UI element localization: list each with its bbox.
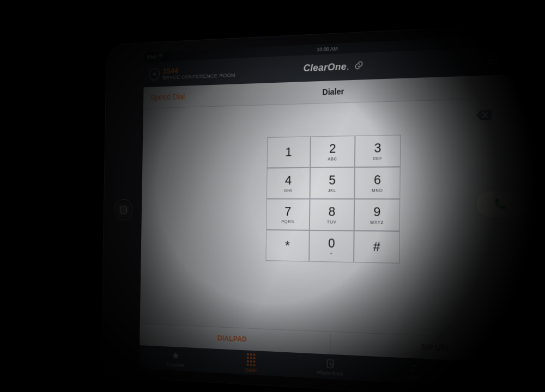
tab-label: Settings	[491, 378, 510, 385]
key-digit: 2	[329, 142, 336, 155]
brand-dot: .	[347, 61, 349, 72]
backspace-button[interactable]	[475, 109, 492, 121]
key-2[interactable]: 2ABC	[310, 136, 355, 168]
key-8[interactable]: 8TUV	[310, 199, 354, 230]
battery-indicator: 100%	[517, 36, 543, 44]
key-digit: 1	[285, 146, 292, 158]
key-7[interactable]: 7PQRS	[266, 199, 310, 230]
brand-logo: ClearOne.	[304, 59, 364, 75]
microphone-icon[interactable]	[529, 52, 541, 67]
page-title: Dialer	[322, 87, 344, 96]
key-4[interactable]: 4GHI	[267, 168, 310, 199]
room-name: BRYCE CONFERENCE ROOM	[162, 72, 235, 81]
key-digit: 8	[328, 205, 335, 218]
key-letters: PQRS	[281, 219, 294, 224]
number-display	[143, 97, 545, 135]
brand-text: ClearOne	[304, 61, 347, 74]
key-digit: 5	[329, 174, 336, 187]
key-digit: 4	[285, 174, 292, 186]
tablet-device: iPad 10:00 AM ✻ 100%	[101, 22, 545, 392]
key-0[interactable]: 0+	[309, 230, 354, 262]
phonebook-icon	[325, 358, 335, 369]
link-icon	[354, 59, 364, 73]
redial-link[interactable]: Redial	[514, 81, 538, 91]
gear-icon	[495, 366, 506, 378]
key-digit: 0	[328, 237, 335, 250]
key-letters: ABC	[328, 156, 337, 162]
key-letters: JKL	[328, 187, 336, 193]
wifi-icon	[158, 53, 163, 59]
key-1[interactable]: 1	[267, 136, 311, 168]
svg-rect-2	[534, 54, 537, 60]
battery-pct: 100%	[517, 37, 531, 44]
dnd-icon[interactable]	[487, 54, 499, 69]
key-digit: *	[285, 239, 290, 252]
tab-settings[interactable]: Settings	[456, 360, 545, 391]
key-5[interactable]: 5JKL	[310, 167, 355, 199]
key-digit: 7	[284, 205, 291, 217]
key-letters: +	[330, 250, 332, 256]
key-letters: TUV	[327, 219, 336, 224]
key-letters: GHI	[284, 188, 292, 193]
bluetooth-icon: ✻	[510, 38, 514, 44]
call-button[interactable]	[476, 191, 525, 218]
clock: 10:00 AM	[317, 46, 338, 52]
tab-label: Phone Book	[317, 370, 343, 377]
svg-point-4	[499, 371, 501, 373]
speaker-icon[interactable]	[507, 53, 520, 68]
svg-point-0	[489, 56, 497, 64]
